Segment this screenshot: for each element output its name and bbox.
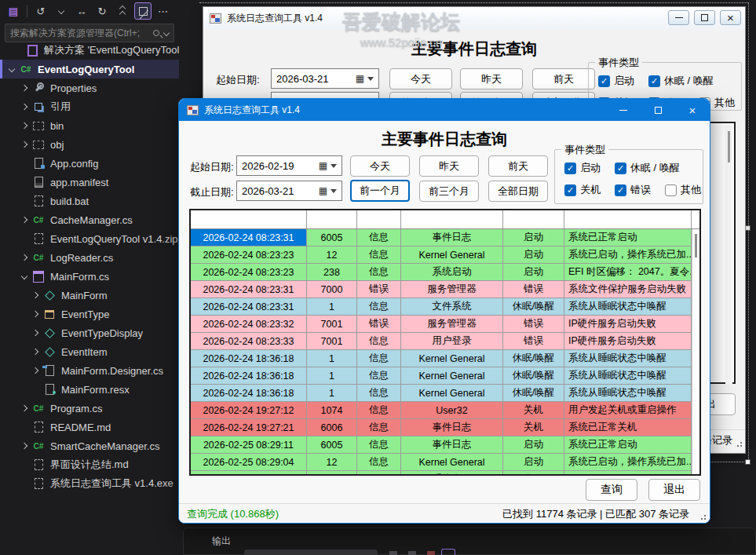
prev-month-button[interactable]: 前一个月 [350, 180, 410, 202]
cell-type[interactable]: 启动 [503, 454, 564, 470]
minimize-button[interactable] [606, 99, 641, 121]
cell-description[interactable]: 系统从睡眠状态中唤醒 [564, 298, 692, 315]
exit-button[interactable]: 退出 [648, 479, 700, 501]
today-button[interactable]: 今天 [350, 155, 410, 177]
tree-expander-icon[interactable] [21, 122, 27, 129]
tree-item[interactable]: 引用 [0, 97, 179, 116]
cell-time[interactable]: 2026-02-25 08:29:04 [191, 471, 307, 476]
tree-expander-icon[interactable] [32, 292, 38, 298]
table-row[interactable]: 2026-02-24 08:23:32 7001 错误 服务管理器 错误 IP硬… [191, 316, 699, 333]
event-type-checkbox[interactable]: 休眠 / 唤醒 [648, 74, 714, 88]
cell-type[interactable]: 休眠/唤醒 [503, 298, 564, 315]
event-type-checkbox[interactable]: 启动 [564, 161, 601, 175]
output-active-icon[interactable] [441, 549, 455, 555]
cell-description[interactable]: 系统从睡眠状态中唤醒 [564, 385, 692, 401]
tree-expander-icon[interactable] [21, 85, 27, 91]
cell-source[interactable]: 用户登录 [401, 333, 503, 349]
cell-type[interactable]: 启动 [503, 471, 564, 476]
tree-item[interactable]: EventItem [0, 342, 179, 361]
cell-description[interactable]: EFI 时区偏移： 2047。夏令... [564, 471, 692, 476]
table-row[interactable]: 2026-02-25 08:29:04 238 信息 系统启动 启动 EFI 时… [191, 471, 699, 476]
refresh-icon[interactable]: ↻ [93, 2, 111, 20]
table-scrollbar[interactable] [725, 125, 732, 384]
yesterday-button[interactable]: 昨天 [419, 155, 479, 177]
end-date-picker[interactable]: 2026-03-21 ▦ [236, 181, 342, 201]
checkbox-icon[interactable] [564, 184, 576, 196]
close-button[interactable]: × [720, 10, 741, 25]
cell-type[interactable]: 启动 [503, 436, 564, 453]
cell-level[interactable]: 信息 [357, 229, 401, 246]
cell-source[interactable]: Kernel General [401, 350, 503, 367]
cell-event-id[interactable]: 6005 [307, 229, 357, 246]
checkbox-icon[interactable] [615, 162, 626, 174]
cell-event-id[interactable]: 12 [307, 246, 357, 263]
log-table-front[interactable]: 2026-02-24 08:23:31 6005 信息 事件日志 启动 系统已正… [189, 209, 701, 476]
table-row[interactable]: 2026-02-25 08:29:04 12 信息 Kernel General… [191, 454, 699, 471]
search-icon[interactable] [153, 30, 159, 36]
cell-description[interactable]: 系统从睡眠状态中唤醒 [564, 367, 692, 384]
cell-source[interactable]: User32 [401, 402, 503, 418]
table-row[interactable]: 2026-02-24 08:23:31 6005 信息 事件日志 启动 系统已正… [191, 229, 699, 246]
cell-description[interactable]: 用户发起关机或重启操作 [564, 402, 692, 418]
table-row[interactable]: 2026-02-24 08:23:31 1 信息 文件系统 休眠/唤醒 系统从睡… [191, 298, 699, 316]
event-type-checkbox[interactable]: 其他 [665, 183, 701, 197]
cell-event-id[interactable]: 1 [307, 298, 357, 315]
start-date-picker[interactable]: 2026-02-19 ▦ [236, 155, 342, 176]
cell-event-id[interactable]: 1 [307, 385, 357, 401]
cell-source[interactable]: 服务管理器 [401, 281, 503, 298]
tree-item[interactable]: 解决方案 'EventLogQueryTool' ( [0, 41, 179, 60]
cell-time[interactable]: 2026-02-25 08:29:04 [191, 454, 307, 470]
cell-source[interactable]: 事件日志 [401, 419, 503, 436]
tree-expander-icon[interactable] [32, 367, 38, 374]
tree-item[interactable]: obj [0, 135, 179, 154]
table-row[interactable]: 2026-02-24 08:23:23 12 信息 Kernel General… [191, 246, 699, 264]
cell-description[interactable]: 系统已正常启动 [564, 436, 692, 453]
minimize-button[interactable] [668, 10, 689, 25]
day-before-button[interactable]: 前天 [488, 155, 548, 177]
table-row[interactable]: 2026-02-24 08:23:23 238 信息 系统启动 启动 EFI 时… [191, 264, 699, 281]
all-dates-button[interactable]: 全部日期 [488, 181, 548, 202]
cell-description[interactable]: 系统从睡眠状态中唤醒 [564, 350, 692, 367]
cell-description[interactable]: 系统文件保护服务启动失败 [564, 281, 692, 298]
tree-expander-icon[interactable] [21, 405, 27, 411]
resize-grip[interactable] [699, 513, 707, 520]
cell-source[interactable]: 系统启动 [401, 264, 503, 280]
tree-item[interactable]: EventType [0, 305, 179, 323]
designer-resize-handle-corner[interactable] [745, 459, 751, 465]
cell-time[interactable]: 2026-02-24 18:36:18 [191, 350, 307, 367]
cell-source[interactable]: Kernel General [401, 385, 503, 401]
tree-item[interactable]: EventLogQueryTool [0, 60, 179, 79]
tree-item[interactable]: Program.cs [0, 399, 179, 418]
output-icon-2[interactable] [408, 551, 416, 555]
tree-item[interactable]: LogReader.cs [0, 248, 179, 267]
cell-time[interactable]: 2026-02-24 08:23:23 [191, 246, 307, 263]
column-header[interactable] [307, 210, 357, 228]
cell-level[interactable]: 信息 [357, 385, 401, 401]
cell-event-id[interactable]: 1 [307, 350, 357, 367]
sync-active-document-icon[interactable]: ↔ [73, 2, 90, 20]
cell-type[interactable]: 错误 [503, 316, 564, 332]
cell-time[interactable]: 2026-02-24 08:23:31 [191, 298, 307, 315]
table-scrollbar[interactable] [692, 229, 699, 474]
tree-expander-icon[interactable] [32, 349, 38, 355]
cell-event-id[interactable]: 7001 [307, 333, 357, 349]
tree-item[interactable]: SmartCacheManager.cs [0, 436, 179, 455]
tree-expander-icon[interactable] [21, 104, 27, 110]
cell-event-id[interactable]: 1074 [307, 402, 357, 418]
tree-item[interactable]: 界面设计总结.md [0, 455, 179, 474]
cell-description[interactable]: EFI 时区偏移： 2047。夏令... [564, 264, 692, 280]
table-row[interactable]: 2026-02-24 08:23:31 7000 错误 服务管理器 错误 系统文… [191, 281, 699, 298]
cell-type[interactable]: 错误 [503, 281, 564, 298]
start-date-picker[interactable]: 2026-03-21 ▦ [271, 68, 379, 89]
cell-event-id[interactable]: 6006 [307, 419, 357, 436]
more-options-icon[interactable]: ⋯ [155, 2, 172, 20]
cell-source[interactable]: Kernel General [401, 246, 503, 263]
designer-resize-handle-right[interactable] [745, 225, 751, 231]
tree-item[interactable]: README.md [0, 418, 179, 436]
cell-time[interactable]: 2026-02-24 08:23:31 [191, 281, 307, 298]
tree-item[interactable]: EventTypeDisplay [0, 323, 179, 342]
cell-description[interactable]: 系统已正常关机 [564, 419, 692, 436]
close-button[interactable]: × [675, 99, 710, 121]
tree-expander-icon[interactable] [21, 141, 27, 148]
maximize-button[interactable] [694, 10, 715, 25]
